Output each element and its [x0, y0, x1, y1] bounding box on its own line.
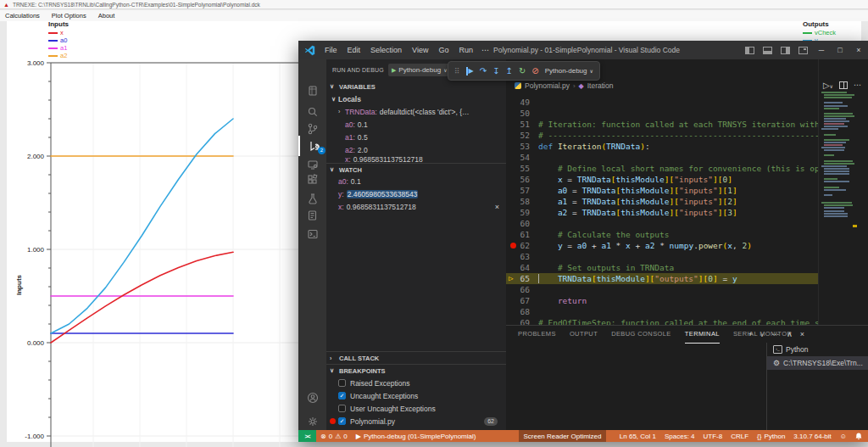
terminal-tab-icon[interactable]	[298, 224, 326, 244]
text-cursor	[538, 274, 539, 283]
watch-row[interactable]: y:2.4605980533638543	[326, 187, 506, 200]
breakpoint-row[interactable]: ✓Uncaught Exceptions	[326, 389, 506, 402]
code-line: 60	[506, 218, 818, 229]
cursor-position-status[interactable]: Ln 65, Col 1	[615, 430, 660, 442]
debug-session-dropdown[interactable]: Python-debug∨	[545, 67, 593, 75]
panel-more-actions-icon[interactable]: ⋯	[771, 330, 779, 338]
y-tick-label: 3.000	[27, 59, 45, 67]
minimap-line	[824, 163, 854, 165]
variables-section-header[interactable]: ∨VARIABLES	[326, 81, 506, 92]
code-line: 55 # Define local short names for conven…	[506, 163, 818, 174]
remove-watch-icon[interactable]: ×	[495, 203, 499, 211]
watch-row[interactable]: x:0.9685831137512718×	[326, 200, 506, 213]
indentation-status[interactable]: Spaces: 4	[660, 430, 699, 442]
eol-status[interactable]: CRLF	[726, 430, 753, 442]
breakpoint-checkbox[interactable]	[338, 405, 346, 412]
locals-scope[interactable]: ∨Locals	[326, 92, 506, 105]
terminal-label: Python	[786, 345, 808, 354]
customize-layout-icon[interactable]	[798, 47, 808, 54]
variable-row[interactable]: a0:0.1	[326, 118, 506, 131]
vscode-menu-item[interactable]: Selection	[366, 46, 406, 54]
breakpoint-checkbox[interactable]	[338, 379, 346, 387]
maximize-panel-icon[interactable]: ∧	[787, 330, 793, 338]
start-debug-icon[interactable]: ▶	[392, 67, 396, 74]
extensions-icon[interactable]	[298, 170, 326, 190]
code-editor[interactable]: 495051# Iteration: function called at ea…	[506, 59, 868, 325]
vscode-menu-item[interactable]: View	[408, 46, 432, 54]
panel-tab-problems[interactable]: PROBLEMS	[518, 326, 556, 343]
continue-icon[interactable]: ▶	[466, 67, 474, 75]
breakpoints-section-header[interactable]: ∨BREAKPOINTS	[326, 364, 506, 377]
minimap-line	[824, 194, 832, 196]
run-python-file-icon[interactable]: ▷∨	[823, 81, 833, 90]
close-button[interactable]: ×	[849, 41, 868, 59]
minimap[interactable]	[818, 59, 857, 325]
vscode-menu-item[interactable]: File	[320, 46, 342, 54]
variable-row[interactable]: x:0.9685831137512718	[326, 156, 506, 163]
split-editor-icon[interactable]	[839, 81, 848, 89]
panel-tab-terminal[interactable]: TERMINAL	[685, 326, 720, 344]
run-and-debug-icon[interactable]: 2	[298, 136, 328, 156]
notebook-icon[interactable]	[298, 205, 326, 226]
new-terminal-icon[interactable]: +	[748, 330, 752, 338]
vscode-menu-item[interactable]: Go	[434, 46, 453, 54]
python-interpreter-status[interactable]: 3.10.7 64-bit	[789, 430, 835, 442]
breakpoint-checkbox[interactable]: ✓	[338, 392, 346, 400]
screen-reader-status[interactable]: Screen Reader Optimized	[519, 430, 605, 442]
panel-tab-output[interactable]: OUTPUT	[570, 326, 598, 343]
editor-more-actions-icon[interactable]: ⋯	[854, 81, 861, 89]
toggle-sidebar-icon[interactable]	[745, 47, 754, 54]
code-line: 50	[506, 108, 818, 119]
problems-status[interactable]: ⊗0 ⚠0	[316, 430, 352, 442]
line-number: 49	[506, 97, 530, 108]
notifications-bell-icon[interactable]	[851, 430, 868, 442]
language-mode-status[interactable]: {} Python	[753, 430, 789, 442]
callstack-section-header[interactable]: ›CALL STACK	[326, 351, 506, 364]
restart-icon[interactable]: ↻	[519, 67, 526, 75]
variable-row[interactable]: a2:2.0	[326, 143, 506, 156]
breakpoint-row[interactable]: ✓Polynomial.py62	[326, 415, 506, 427]
launch-config-dropdown[interactable]: ▶ Python-debug ∨	[388, 64, 451, 76]
line-number: 69	[506, 317, 530, 325]
panel-tab-debug-console[interactable]: DEBUG CONSOLE	[611, 326, 671, 343]
variable-trndata[interactable]: › TRNData: defaultdict(<class 'dict'>, {…	[326, 105, 506, 118]
breakpoint-row[interactable]: User Uncaught Exceptions	[326, 402, 506, 415]
minimap-line	[821, 92, 847, 93]
close-panel-icon[interactable]: ×	[800, 330, 804, 338]
code-lines[interactable]: 495051# Iteration: function called at ea…	[506, 59, 818, 325]
breadcrumb[interactable]: Polynomial.py › ◆ Iteration	[515, 80, 613, 92]
debug-session-status[interactable]: ▶ Python-debug (01-SimplePolynomial)	[352, 430, 481, 442]
encoding-status[interactable]: UTF-8	[699, 430, 727, 442]
terminal-list-item[interactable]: ⚙C:\TRNSYS18\Exe\Trn...	[767, 356, 868, 370]
maximize-button[interactable]: □	[831, 41, 849, 59]
code-text: TRNData[thisModule]["outputs"][0] = y	[538, 273, 818, 284]
minimap-line	[824, 213, 848, 215]
feedback-icon[interactable]: ☺	[836, 430, 851, 442]
editor-scrollbar[interactable]	[857, 59, 868, 325]
watch-section-header[interactable]: ∨WATCH	[326, 163, 506, 176]
code-line: 68	[506, 306, 818, 317]
vscode-window: FileEditSelectionViewGoRun ⋯ Polynomial.…	[298, 41, 868, 442]
remote-indicator[interactable]: ><	[298, 430, 316, 442]
code-line: 49	[506, 97, 818, 108]
vscode-menu-item[interactable]: Edit	[343, 46, 365, 54]
settings-gear-icon[interactable]	[298, 411, 326, 432]
toolbar-drag-handle[interactable]: ⠿	[454, 67, 460, 75]
account-icon[interactable]	[298, 388, 326, 408]
step-out-icon[interactable]: ↥	[506, 67, 513, 75]
step-into-icon[interactable]: ↧	[492, 67, 499, 75]
minimap-line	[824, 181, 849, 182]
explorer-icon[interactable]	[298, 81, 326, 101]
variable-row[interactable]: a1:0.5	[326, 131, 506, 143]
terminal-list-item[interactable]: ›_Python	[767, 343, 868, 356]
toggle-secondary-sidebar-icon[interactable]	[781, 47, 790, 54]
breakpoint-row[interactable]: Raised Exceptions	[326, 377, 506, 389]
watch-row[interactable]: a0:0.1	[326, 175, 506, 187]
code-line: 63	[506, 251, 818, 262]
breakpoint-checkbox[interactable]: ✓	[338, 417, 346, 425]
terminal-profile-dropdown-icon[interactable]: ∨	[760, 332, 764, 338]
disconnect-icon[interactable]: ⊘	[531, 67, 538, 75]
minimize-button[interactable]: ─	[812, 41, 831, 59]
step-over-icon[interactable]: ↷	[480, 67, 487, 75]
toggle-panel-icon[interactable]	[763, 47, 772, 54]
